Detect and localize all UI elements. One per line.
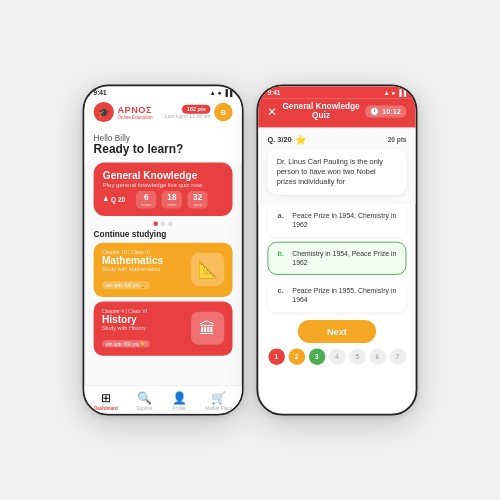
gk-stat-secs: 32 secs	[188, 191, 208, 208]
history-chapter: Chapter 4 | Class VI	[102, 308, 150, 314]
q-header: Q. 3/20 ⭐ 20 pts	[267, 135, 406, 145]
study-cards: Chapter 10 | Class VI Mathematics Study …	[84, 242, 241, 356]
timer-value: 10:12	[382, 107, 401, 115]
phone1-header: 🎓 ΑΡΝΟΣ Online Education 162 pts Last lo…	[84, 98, 241, 129]
math-subject: Study with Mathematics	[102, 266, 163, 272]
option-c[interactable]: c. Peace Prize in 1955, Chemistry in 196…	[267, 279, 406, 312]
option-b-letter: b.	[278, 249, 287, 257]
dot-1	[153, 221, 158, 226]
marketplace-label: Market Place	[205, 405, 232, 411]
nav-marketplace[interactable]: 🛒 Market Place	[205, 391, 232, 411]
ready-text: Ready to learn?	[94, 142, 233, 156]
continue-label: Continue studying	[84, 229, 241, 242]
logo-row: 🎓 ΑΡΝΟΣ Online Education 162 pts Last lo…	[94, 102, 233, 122]
bottom-nav: ⊞ Dashboard 🔍 Explore 👤 Profile 🛒 Market…	[84, 385, 241, 413]
profile-label: Profile	[172, 405, 185, 411]
math-win: win upto 400 pts 🏆	[102, 281, 150, 288]
history-title: History	[102, 313, 150, 325]
gk-subtitle: Play general knowledge live quiz now	[103, 181, 224, 187]
next-btn-row: Next	[258, 313, 415, 347]
phone1-status-bar: 9:41 ▲ ● ▐▐	[84, 86, 241, 98]
profile-icon: 👤	[172, 391, 187, 405]
math-chapter: Chapter 10 | Class VI	[102, 249, 163, 255]
gk-stats: ♟ Q 20 6 hours 18 mins 32 secs	[103, 191, 224, 208]
greeting-section: Hello Billy Ready to learn?	[84, 129, 241, 162]
dashboard-label: Dashboard	[94, 405, 118, 411]
options-list: a. Peace Prize in 1954, Chemistry in 196…	[258, 204, 415, 313]
page-dot-3[interactable]: 3	[308, 349, 325, 366]
phone1-status-icons: ▲ ● ▐▐	[210, 90, 233, 96]
math-title: Mathematics	[102, 254, 163, 266]
page-dot-5[interactable]: 5	[349, 349, 366, 366]
logo-name: ΑΡΝΟΣ	[118, 104, 153, 114]
question-text: Dr. Linus Carl Pauling is the only perso…	[277, 157, 383, 186]
gk-q: ♟ Q 20	[103, 196, 125, 203]
nav-explore[interactable]: 🔍 Explore	[137, 391, 153, 411]
dot-2	[161, 221, 166, 226]
gk-q-icon: ♟	[103, 196, 109, 203]
avatar: B	[214, 103, 232, 121]
carousel-dots	[84, 221, 241, 226]
last-login: Last login: 11:28 am	[165, 114, 211, 120]
page-dot-7[interactable]: 7	[389, 349, 406, 366]
logo-icon: 🎓	[94, 102, 114, 122]
phone2: 9:41 ▲ ● ▐▐ ✕ General Knowledge Quiz 🕐 1…	[256, 84, 417, 415]
q-number: Q. 3/20 ⭐	[267, 135, 306, 145]
explore-icon: 🔍	[137, 391, 152, 405]
phone1: 9:41 ▲ ● ▐▐ 🎓 ΑΡΝΟΣ Online Education	[83, 84, 244, 415]
page-dot-4[interactable]: 4	[329, 349, 346, 366]
phone2-status-bar: 9:41 ▲ ● ▐▐	[258, 86, 415, 98]
q-star: ⭐	[295, 135, 306, 145]
logo-subtitle: Online Education	[118, 114, 153, 120]
option-b-text: Chemistry in 1954, Peace Prize in 1962	[292, 249, 396, 268]
clock-icon: 🕐	[370, 107, 379, 115]
option-a[interactable]: a. Peace Prize in 1954, Chemistry in 196…	[267, 204, 406, 237]
gk-title: General Knowledge	[103, 170, 224, 181]
history-img: 🏛	[191, 312, 224, 345]
phone2-time: 9:41	[267, 90, 280, 96]
option-a-text: Peace Prize in 1954, Chemistry in 1962	[292, 211, 396, 230]
next-button[interactable]: Next	[298, 320, 377, 343]
quiz-title: General Knowledge Quiz	[278, 102, 365, 120]
question-area: Q. 3/20 ⭐ 20 pts Dr. Linus Carl Pauling …	[258, 128, 415, 204]
history-win: win upto 600 pts 🏆	[102, 340, 150, 347]
phone1-content: 🎓 ΑΡΝΟΣ Online Education 162 pts Last lo…	[84, 98, 241, 413]
phone1-time: 9:41	[94, 90, 107, 96]
phone2-header: ✕ General Knowledge Quiz 🕐 10:12	[258, 98, 415, 127]
timer-badge: 🕐 10:12	[365, 105, 407, 117]
phone2-status-icons: ▲ ● ▐▐	[383, 90, 406, 96]
phones-container: 9:41 ▲ ● ▐▐ 🎓 ΑΡΝΟΣ Online Education	[83, 84, 418, 415]
history-subject: Study with History	[102, 325, 150, 331]
history-study-card[interactable]: Chapter 4 | Class VI History Study with …	[94, 301, 233, 355]
dashboard-icon: ⊞	[101, 391, 111, 405]
pts-badge: 162 pts	[182, 105, 210, 114]
math-img: 📐	[191, 253, 224, 286]
explore-label: Explore	[137, 405, 153, 411]
page-dot-2[interactable]: 2	[288, 349, 305, 366]
option-a-letter: a.	[278, 211, 287, 219]
pts-avatar-row: 162 pts Last login: 11:28 am B	[165, 103, 233, 121]
dot-3	[168, 221, 173, 226]
close-button[interactable]: ✕	[267, 105, 277, 117]
gk-card[interactable]: General Knowledge Play general knowledge…	[94, 162, 233, 215]
marketplace-icon: 🛒	[211, 391, 226, 405]
gk-stat-mins: 18 mins	[162, 191, 182, 208]
hello-text: Hello Billy	[94, 133, 233, 142]
nav-profile[interactable]: 👤 Profile	[172, 391, 187, 411]
option-b[interactable]: b. Chemistry in 1954, Peace Prize in 196…	[267, 242, 406, 275]
gk-q-label: Q 20	[111, 196, 125, 202]
gk-stat-hours: 6 hours	[136, 191, 156, 208]
option-c-text: Peace Prize in 1955, Chemistry in 1964	[292, 287, 396, 306]
math-study-card[interactable]: Chapter 10 | Class VI Mathematics Study …	[94, 242, 233, 296]
question-card: Dr. Linus Carl Pauling is the only perso…	[267, 149, 406, 195]
logo-text: 🎓 ΑΡΝΟΣ Online Education	[94, 102, 153, 122]
page-dot-6[interactable]: 6	[369, 349, 386, 366]
nav-dashboard[interactable]: ⊞ Dashboard	[94, 391, 118, 411]
q-pts: 20 pts	[388, 137, 407, 143]
option-c-letter: c.	[278, 287, 287, 295]
page-dot-1[interactable]: 1	[268, 349, 285, 366]
quiz-pagination: 1 2 3 4 5 6 7	[258, 347, 415, 369]
